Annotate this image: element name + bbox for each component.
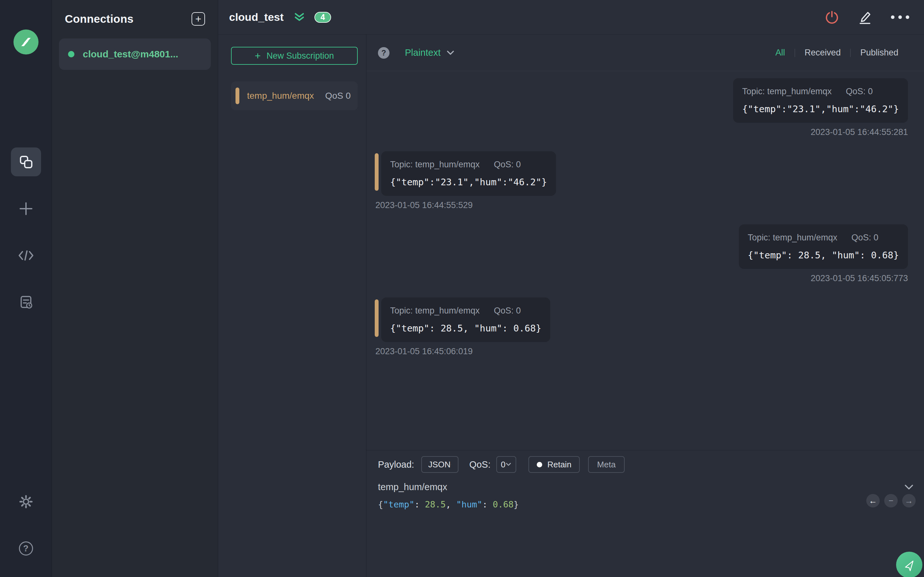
message-published: Topic: temp_hum/emqx QoS: 0 {"temp":"23.… [375, 78, 908, 137]
payload-token: } [514, 500, 519, 509]
payload-token: "temp" [383, 500, 415, 509]
format-select[interactable]: Plaintext [405, 47, 455, 58]
payload-editor[interactable]: {"temp": 28.5, "hum": 0.68} [378, 500, 924, 509]
help-icon: ? [19, 542, 33, 556]
message-bubble[interactable]: Topic: temp_hum/emqx QoS: 0 {"temp": 28.… [739, 224, 908, 269]
meta-button[interactable]: Meta [588, 456, 625, 473]
connection-actions [825, 10, 909, 25]
connections-title: Connections [65, 13, 134, 25]
message-payload: {"temp": 28.5, "hum": 0.68} [390, 323, 541, 334]
topic-input[interactable]: temp_hum/emqx [378, 482, 447, 492]
history-next-button[interactable]: → [902, 494, 916, 508]
subscription-qos: QoS 0 [325, 91, 351, 101]
message-timestamp: 2023-01-05 16:45:05:773 [811, 274, 908, 284]
message-topic: Topic: temp_hum/emqx [748, 233, 837, 243]
message-meta: Topic: temp_hum/emqx QoS: 0 [742, 87, 899, 97]
chevron-down-icon [451, 462, 451, 467]
format-group: ? Plaintext [378, 47, 455, 59]
connection-list-item[interactable]: cloud_test@m4801... [59, 39, 211, 70]
message-received: Topic: temp_hum/emqx QoS: 0 {"temp":"23.… [375, 151, 908, 210]
tab-received[interactable]: Received [795, 48, 851, 58]
help-button[interactable]: ? [11, 537, 41, 560]
tab-published[interactable]: Published [851, 48, 908, 58]
message-published: Topic: temp_hum/emqx QoS: 0 {"temp": 28.… [375, 224, 908, 284]
format-help-icon[interactable]: ? [378, 47, 389, 59]
message-meta: Topic: temp_hum/emqx QoS: 0 [390, 160, 547, 169]
qos-value: 0 [501, 460, 505, 470]
payload-format-select[interactable]: JSON [421, 456, 459, 473]
connection-header-bar: cloud_test 4 [218, 0, 924, 35]
sidebar-item-new-connection[interactable] [11, 194, 41, 223]
minus-icon: − [888, 496, 893, 506]
payload-token: : [415, 500, 425, 509]
app-sidebar: ? [0, 0, 52, 577]
arrow-left-icon: ← [869, 496, 877, 506]
message-qos: QoS: 0 [851, 233, 879, 243]
main-area: cloud_test 4 [218, 0, 924, 577]
payload-format-value: JSON [428, 460, 451, 470]
message-row: Topic: temp_hum/emqx QoS: 0 {"temp": 28.… [375, 298, 550, 342]
code-icon [18, 250, 34, 261]
retain-label: Retain [548, 460, 572, 470]
connections-panel: Connections + cloud_test@m4801... [52, 0, 218, 577]
payload-token: "hum" [456, 500, 482, 509]
sidebar-item-script[interactable] [11, 241, 41, 270]
message-topic: Topic: temp_hum/emqx [742, 87, 832, 97]
subscription-topic: temp_hum/emqx [247, 91, 314, 101]
sidebar-item-log[interactable] [11, 288, 41, 317]
history-clear-button[interactable]: − [884, 494, 898, 508]
send-icon [902, 558, 916, 572]
new-subscription-button[interactable]: + New Subscription [231, 47, 358, 65]
send-button[interactable] [896, 552, 922, 577]
help-question-glyph: ? [23, 544, 29, 554]
gear-icon [18, 494, 34, 509]
subscription-item[interactable]: temp_hum/emqx QoS 0 [231, 81, 358, 110]
plus-icon [19, 201, 33, 216]
message-row: Topic: temp_hum/emqx QoS: 0 {"temp":"23.… [375, 151, 556, 196]
settings-button[interactable] [11, 490, 41, 513]
retain-toggle[interactable]: Retain [528, 456, 580, 473]
collapse-panel-button[interactable] [294, 13, 305, 22]
dot [891, 15, 895, 19]
chevron-down-icon [505, 462, 512, 467]
message-topic-color-bar [375, 300, 379, 337]
publish-controls: Payload: JSON QoS: 0 [378, 456, 924, 474]
message-payload: {"temp":"23.1","hum":"46.2"} [742, 103, 899, 114]
qos-select[interactable]: 0 [496, 456, 516, 473]
message-topic: Topic: temp_hum/emqx [390, 306, 480, 316]
connection-name: cloud_test@m4801... [83, 49, 178, 60]
collapse-editor-button[interactable] [903, 484, 914, 491]
connection-title-group: cloud_test 4 [229, 11, 331, 23]
more-options-button[interactable] [891, 15, 909, 19]
connection-title: cloud_test [229, 11, 284, 23]
payload-token: { [378, 500, 383, 509]
payload-token: 0.68 [493, 500, 514, 509]
log-file-icon [19, 295, 33, 309]
main-body: + New Subscription temp_hum/emqx QoS 0 ?… [218, 35, 924, 577]
disconnect-power-button[interactable] [825, 10, 839, 24]
message-bubble[interactable]: Topic: temp_hum/emqx QoS: 0 {"temp":"23.… [733, 78, 908, 123]
arrow-right-icon: → [905, 496, 913, 506]
message-bubble[interactable]: Topic: temp_hum/emqx QoS: 0 {"temp": 28.… [381, 298, 550, 342]
subscription-color-bar [236, 87, 239, 104]
message-topic-color-bar [375, 153, 379, 191]
chevron-down-icon [903, 484, 914, 491]
message-payload: {"temp":"23.1","hum":"46.2"} [390, 177, 547, 187]
message-meta: Topic: temp_hum/emqx QoS: 0 [390, 306, 541, 316]
plus-icon: + [255, 51, 261, 61]
history-prev-button[interactable]: ← [866, 494, 880, 508]
tab-all[interactable]: All [766, 48, 795, 58]
sidebar-item-connections[interactable] [11, 147, 41, 176]
message-bubble[interactable]: Topic: temp_hum/emqx QoS: 0 {"temp":"23.… [381, 151, 556, 196]
qos-label: QoS: [469, 459, 491, 470]
messages-toolbar: ? Plaintext All Received Published [367, 35, 924, 71]
edit-connection-button[interactable] [858, 10, 872, 25]
message-list[interactable]: Topic: temp_hum/emqx QoS: 0 {"temp":"23.… [367, 71, 924, 450]
add-connection-button[interactable]: + [192, 12, 205, 26]
payload-format-label: Payload: [378, 459, 414, 470]
message-timestamp: 2023-01-05 16:44:55:281 [811, 127, 908, 137]
meta-label: Meta [597, 460, 615, 470]
message-topic: Topic: temp_hum/emqx [390, 160, 480, 169]
connections-icon [19, 155, 33, 169]
payload-token: 28.5 [425, 500, 446, 509]
